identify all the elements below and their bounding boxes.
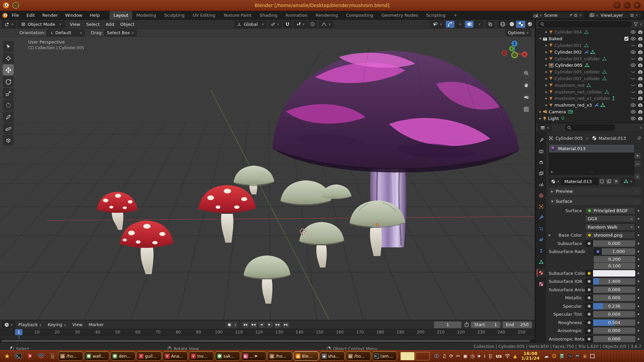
taskbar-window-ho[interactable]: ▤/ho... bbox=[267, 351, 292, 361]
workspace-tab-rendering[interactable]: Rendering bbox=[312, 11, 342, 20]
navigation-gizmo[interactable]: Z Y X bbox=[500, 40, 529, 68]
preview-range-icon[interactable] bbox=[464, 322, 469, 327]
tray-weather-icon[interactable]: ☁ bbox=[544, 353, 549, 359]
eye-open-icon[interactable] bbox=[631, 117, 636, 120]
proportional-edit-toggle[interactable] bbox=[308, 21, 317, 28]
property-widget[interactable]: shroom4.png bbox=[585, 232, 635, 239]
view-menu[interactable]: View bbox=[69, 322, 86, 327]
workspace-tab-texture-paint[interactable]: Texture Paint bbox=[219, 11, 256, 20]
editor-type-button[interactable]: ∨ bbox=[2, 21, 16, 28]
value-slider[interactable]: 0.000 bbox=[593, 327, 635, 334]
outliner-row[interactable]: ▶Cylinder.007_collider bbox=[536, 75, 644, 82]
new-material-button[interactable] bbox=[605, 178, 612, 185]
xray-toggle[interactable] bbox=[486, 21, 494, 28]
add-cube-tool[interactable] bbox=[3, 135, 14, 146]
measure-tool[interactable] bbox=[3, 123, 14, 134]
properties-tab-particles[interactable] bbox=[537, 225, 545, 233]
tray-music-icon[interactable]: ♫ bbox=[442, 353, 446, 359]
tray-volume-icon[interactable]: 🕪 bbox=[477, 353, 480, 359]
mode-dropdown[interactable]: Object Mode ∨ bbox=[18, 21, 65, 28]
render-visibility-icon[interactable] bbox=[638, 70, 643, 74]
remove-slot-button[interactable]: − bbox=[634, 160, 641, 167]
viewport-menu-object[interactable]: Object bbox=[117, 22, 137, 27]
camera-view-icon[interactable] bbox=[522, 93, 531, 102]
pan-hand-icon[interactable] bbox=[522, 81, 531, 89]
eye-closed-icon[interactable] bbox=[631, 90, 636, 94]
workspace-tab-animation[interactable]: Animation bbox=[281, 11, 312, 20]
visibility-dropdown[interactable]: ∨ bbox=[430, 21, 444, 28]
cursor-tool[interactable] bbox=[3, 53, 14, 64]
value-slider[interactable]: 1.000 bbox=[602, 248, 635, 255]
properties-editor-type-button[interactable]: ∨ bbox=[538, 124, 551, 131]
browse-material-button[interactable]: ∨ bbox=[549, 178, 562, 185]
eye-closed-icon[interactable] bbox=[631, 97, 636, 100]
surface-panel-header[interactable]: ▼ Surface ∷∷ bbox=[549, 197, 641, 205]
workspace-tab-sculpting[interactable]: Sculpting bbox=[160, 11, 189, 20]
value-slider[interactable]: 0.100 bbox=[594, 263, 635, 269]
outliner-row[interactable]: ▶Cylinder.001 bbox=[536, 42, 644, 49]
color-swatch[interactable] bbox=[593, 270, 635, 277]
render-visibility-icon[interactable] bbox=[638, 63, 643, 67]
outliner-row[interactable]: ▶Cylinder.004 bbox=[536, 29, 644, 36]
menu-file[interactable]: File bbox=[8, 11, 23, 20]
tray-smiley-icon[interactable]: ☺ bbox=[552, 353, 557, 359]
timeline-scrollbar[interactable] bbox=[0, 339, 535, 342]
eye-closed-icon[interactable] bbox=[631, 57, 636, 61]
taskbar-window-sha[interactable]: ◈sha... bbox=[320, 351, 345, 361]
auto-keyframe-button[interactable] bbox=[226, 321, 233, 328]
slot-specials-button[interactable]: ∨ bbox=[634, 173, 641, 180]
value-slider[interactable]: 0.000 bbox=[593, 240, 635, 247]
app-menu-icon[interactable] bbox=[2, 12, 8, 18]
launcher-player-icon[interactable]: V bbox=[25, 352, 34, 360]
disclosure-triangle[interactable]: ▶ bbox=[544, 51, 549, 54]
taskbar-window-ana[interactable]: VAna... bbox=[163, 351, 188, 361]
window-titlebar[interactable]: Blender [/home/amalie/Desktop/blender/mu… bbox=[0, 0, 644, 11]
outliner-row[interactable]: ▶Camera bbox=[536, 109, 644, 115]
properties-tab-world[interactable] bbox=[537, 191, 545, 199]
value-slider[interactable]: 0.200 bbox=[594, 256, 635, 262]
disclosure-triangle[interactable]: ▶ bbox=[544, 77, 549, 80]
zoom-icon[interactable] bbox=[522, 69, 531, 77]
tray-play-icon[interactable]: ◉ bbox=[463, 353, 467, 359]
launcher-archive-icon[interactable] bbox=[48, 352, 57, 360]
render-visibility-icon[interactable] bbox=[638, 97, 643, 100]
disclosure-triangle[interactable]: ▶ bbox=[544, 64, 549, 67]
current-frame-field[interactable]: 1 bbox=[434, 321, 462, 328]
material-slot-list[interactable]: Material.013 ▶ ∷∷ bbox=[549, 144, 635, 175]
close-button[interactable]: ✕ bbox=[634, 2, 641, 9]
tray-gimp-icon[interactable] bbox=[575, 354, 580, 358]
eye-open-icon[interactable] bbox=[631, 30, 636, 34]
viewport-menu-view[interactable]: View bbox=[67, 22, 83, 27]
playback-menu[interactable]: Playback∨ bbox=[15, 322, 45, 327]
workspace-tab-shading[interactable]: Shading bbox=[256, 11, 281, 20]
orientation-setting-dropdown[interactable]: Default ∨ bbox=[47, 29, 85, 36]
outliner-row[interactable]: ▶Light bbox=[536, 115, 644, 122]
timeline-ruler[interactable]: 1102030405060708090100110120130140150160… bbox=[0, 329, 535, 336]
keyframe-dot[interactable] bbox=[635, 265, 641, 267]
rotate-tool[interactable] bbox=[3, 76, 14, 87]
outliner-row[interactable]: ▶mushrom_red_collider bbox=[536, 88, 644, 95]
disclosure-triangle[interactable]: ▶ bbox=[544, 70, 549, 73]
pager-workspace-2[interactable] bbox=[416, 352, 430, 360]
tray-warning-icon[interactable]: ▲ bbox=[513, 353, 517, 359]
properties-tab-scene[interactable] bbox=[537, 180, 545, 188]
keyframe-dot[interactable] bbox=[635, 338, 641, 340]
pager-workspace-1[interactable] bbox=[400, 352, 415, 360]
property-widget[interactable]: 0.504 bbox=[585, 319, 635, 326]
link-material-dropdown[interactable]: ∨ bbox=[622, 178, 635, 185]
value-slider[interactable]: 0.000 bbox=[593, 311, 635, 317]
tray-sync-icon[interactable]: ⟳ bbox=[449, 353, 453, 359]
render-visibility-icon[interactable] bbox=[638, 57, 643, 61]
disclosure-triangle[interactable]: ▶ bbox=[544, 104, 549, 107]
properties-tab-tool[interactable] bbox=[537, 136, 545, 144]
outliner-row[interactable]: ▶Cylinder.002 bbox=[536, 49, 644, 55]
disclosure-triangle[interactable]: ▶ bbox=[538, 110, 543, 113]
tray-archive-icon[interactable]: a bbox=[583, 354, 587, 359]
move-tool[interactable] bbox=[3, 64, 14, 75]
property-widget[interactable]: 0.000 bbox=[585, 311, 635, 317]
tray-window-icon[interactable] bbox=[590, 354, 595, 358]
viewport-canvas[interactable]: User Perspective (1) Collection | Cylind… bbox=[0, 37, 535, 320]
transform-tool[interactable] bbox=[3, 100, 14, 111]
filter-icon[interactable] bbox=[634, 22, 638, 26]
menu-help[interactable]: Help bbox=[86, 11, 104, 20]
